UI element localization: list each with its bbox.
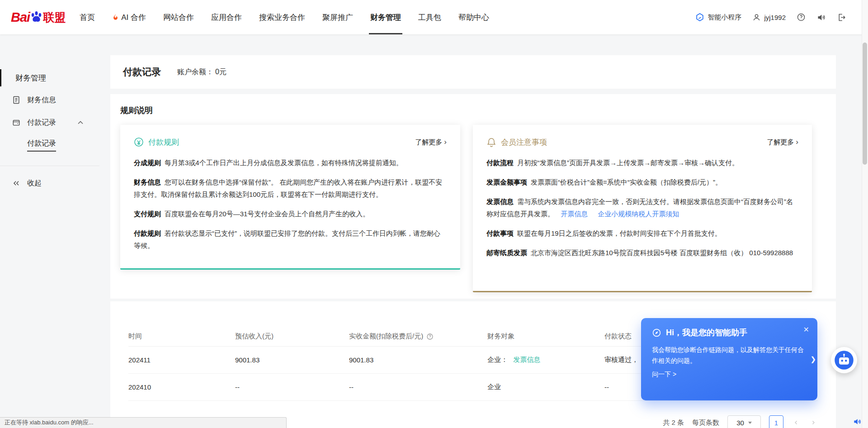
- account-balance: 账户余额： 0元: [177, 67, 226, 77]
- nav-item-home[interactable]: 首页: [71, 0, 104, 34]
- sidebar: 财务管理 财务信息 付款记录 付款记录 收起: [0, 34, 110, 428]
- page-header-card: 付款记录 账户余额： 0元: [110, 55, 836, 89]
- chevron-down-icon: [748, 422, 752, 424]
- cell-estimated: --: [235, 383, 349, 391]
- col-header-estimated-income: 预估收入(元): [235, 332, 349, 341]
- sidebar-subitem-payment-records[interactable]: 付款记录: [0, 134, 110, 157]
- help-icon[interactable]: [797, 13, 806, 22]
- rule-item: 支付规则百度联盟会在每月20号—31号支付企业会员上个自然月产生的收入。: [134, 208, 447, 220]
- navbar-right: 智能小程序 jyj1992: [695, 13, 868, 22]
- username: jyj1992: [764, 14, 786, 21]
- small-taxpayer-guide-link[interactable]: 企业小规模纳税人开票须知: [598, 210, 679, 218]
- next-page-button[interactable]: [809, 415, 818, 428]
- payment-rules-panel: 付款规则 了解更多 › 分成规则每月第3或4个工作日产出上月分成信息及发票信息，…: [120, 125, 460, 270]
- assistant-message: 我会帮助您诊断合作链路问题，以及解答您关于任何合作相关的问题。: [652, 344, 807, 366]
- balance-label: 账户余额：: [177, 67, 213, 77]
- balance-value: 0元: [215, 67, 226, 77]
- payment-rules-title: 付款规则: [148, 137, 179, 147]
- nav-item-search-coop[interactable]: 搜索业务合作: [250, 0, 314, 34]
- sidebar-divider: [0, 166, 99, 166]
- chevron-right-icon: ›: [444, 138, 447, 147]
- cell-actual: --: [349, 383, 487, 391]
- scrollbar-thumb[interactable]: [863, 43, 867, 165]
- sidebar-title: 财务管理: [0, 67, 110, 89]
- note-item: 发票信息需与系统内发票信息内容完全一致，否则无法支付。请根据发票信息页面中“百度…: [486, 195, 798, 220]
- nav-item-ai-coop[interactable]: AI 合作: [104, 0, 155, 34]
- member-notes-more-link[interactable]: 了解更多 ›: [767, 138, 798, 147]
- compass-icon: [652, 328, 661, 338]
- nav-item-toolkit[interactable]: 工具包: [410, 0, 450, 34]
- page-title: 付款记录: [123, 66, 161, 78]
- speaker-icon[interactable]: [816, 13, 826, 22]
- note-item: 付款事项联盟在每月19日之后签收的发票，付款时间安排在下个月首批支付。: [486, 227, 798, 239]
- rule-item: 财务信息您可以在财务信息中选择“保留付款”。 在此期间您产生的收入将在账户内进行…: [134, 176, 447, 200]
- col-header-finance-entity: 财务对象: [487, 332, 604, 341]
- rules-section-title: 规则说明: [120, 105, 836, 116]
- miniprogram-entry[interactable]: 智能小程序: [695, 13, 741, 22]
- member-notes-panel: 会员注意事项 了解更多 › 付款流程月初按“发票信息”页面开具发票→上传发票→邮…: [473, 125, 812, 292]
- rules-section: 规则说明 付款规则 了解更多 › 分成规则每月第3或4个工作日产出上月分成信息及…: [110, 94, 836, 299]
- payment-rules-more-link[interactable]: 了解更多 ›: [415, 138, 447, 147]
- cell-entity: 企业： 发票信息: [487, 356, 604, 364]
- per-page-label: 每页条数: [692, 418, 719, 427]
- invoice-info-link[interactable]: 发票信息: [513, 356, 540, 363]
- page-1-button[interactable]: 1: [769, 415, 783, 428]
- nav-item-app-coop[interactable]: 应用合作: [203, 0, 250, 34]
- close-icon[interactable]: ✕: [803, 325, 809, 334]
- logo-text-union: 联盟: [43, 10, 66, 25]
- assistant-popup: Hi，我是您的智能助手 ✕ 我会帮助您诊断合作链路问题，以及解答您关于任何合作相…: [641, 318, 817, 400]
- question-circle-icon[interactable]: [426, 333, 434, 340]
- invoice-open-info-link[interactable]: 开票信息: [561, 210, 588, 218]
- cell-actual: 9001.83: [349, 356, 487, 364]
- cell-time: 202411: [128, 356, 235, 364]
- user-menu[interactable]: jyj1992: [752, 13, 786, 22]
- sidebar-item-finance-info[interactable]: 财务信息: [0, 89, 110, 111]
- note-item: 邮寄纸质发票北京市海淀区西北旺东路10号院百度科技园5号楼 百度联盟财务组（收）…: [486, 247, 798, 259]
- baidu-union-logo[interactable]: Bai 联盟: [11, 10, 66, 25]
- nav-item-screen-ads[interactable]: 聚屏推广: [314, 0, 362, 34]
- chevron-right-icon: ›: [796, 138, 798, 147]
- cell-time: 202410: [128, 383, 235, 391]
- sidebar-item-payment-records[interactable]: 付款记录: [0, 111, 110, 134]
- assistant-robot-button[interactable]: [831, 347, 857, 373]
- sound-icon[interactable]: [853, 417, 862, 426]
- sidebar-collapse-button[interactable]: 收起: [0, 173, 110, 193]
- note-item: 付款流程月初按“发票信息”页面开具发票→上传发票→邮寄发票→审核→确认支付。: [486, 157, 798, 169]
- assistant-title: Hi，我是您的智能助手: [666, 327, 747, 338]
- nav-item-help-center[interactable]: 帮助中心: [450, 0, 498, 34]
- bell-icon: [486, 137, 496, 147]
- rule-item: 付款规则若付款状态显示“已支付”，说明联盟已安排了您的付款。支付后三个工作日内到…: [134, 227, 447, 252]
- cell-entity: 企业: [487, 383, 604, 391]
- note-item: 发票金额事项发票票面“价税合计”金额=系统中“实收金额（扣除税费后/元）”。: [486, 176, 798, 188]
- cell-estimated: 9001.83: [235, 356, 349, 364]
- coin-icon: [134, 137, 144, 147]
- prev-page-button[interactable]: [792, 415, 801, 428]
- miniprogram-icon: [695, 13, 704, 22]
- ask-button[interactable]: 问一下 >: [652, 371, 807, 379]
- fire-icon: [112, 14, 119, 21]
- member-notes-title: 会员注意事项: [501, 137, 547, 147]
- col-header-actual-amount: 实收金额(扣除税费后/元): [349, 332, 487, 341]
- rule-item: 分成规则每月第3或4个工作日产出上月分成信息及发票信息，如有特殊情况将提前通知。: [134, 157, 447, 169]
- total-count: 共 2 条: [663, 418, 684, 427]
- per-page-select[interactable]: 30: [727, 415, 761, 428]
- user-icon: [752, 13, 761, 22]
- col-header-time: 时间: [128, 332, 235, 341]
- payment-record-icon: [12, 118, 21, 127]
- collapse-icon: [12, 179, 21, 188]
- nav-item-finance[interactable]: 财务管理: [362, 0, 410, 34]
- collapse-handle-icon[interactable]: ❯: [810, 355, 816, 363]
- finance-info-icon: [12, 95, 21, 105]
- chevron-up-icon: [76, 118, 85, 127]
- logout-icon[interactable]: [837, 13, 846, 22]
- scrollbar-track[interactable]: [862, 0, 868, 428]
- top-navbar: Bai 联盟 首页 AI 合作 网站合作 应用合作 搜索业务合作 聚屏推广 财务…: [0, 0, 868, 34]
- browser-status-bar: 正在等待 xlab.baidu.com 的响应...: [0, 417, 287, 428]
- main-nav: 首页 AI 合作 网站合作 应用合作 搜索业务合作 聚屏推广 财务管理 工具包 …: [71, 0, 498, 34]
- baidu-paw-icon: [30, 10, 42, 23]
- logo-text-bai: Bai: [11, 10, 30, 25]
- nav-item-website-coop[interactable]: 网站合作: [155, 0, 203, 34]
